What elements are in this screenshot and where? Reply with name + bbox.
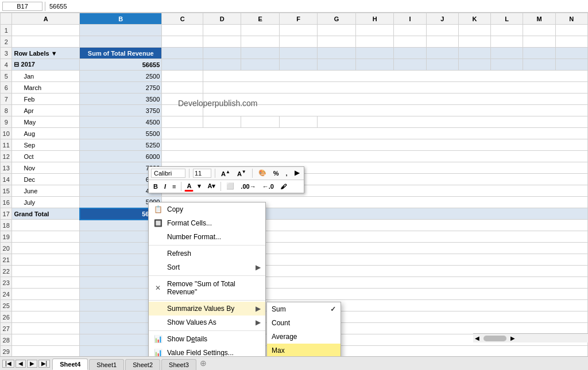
cell-c8[interactable] — [162, 105, 203, 116]
cell-a26[interactable] — [12, 311, 80, 323]
submenu-sum[interactable]: Sum ✓ — [267, 302, 341, 316]
cell-m4[interactable] — [523, 59, 555, 71]
col-header-j[interactable]: J — [426, 13, 458, 25]
cell-a11-sep[interactable]: Sep — [12, 139, 80, 151]
cell-a22[interactable] — [12, 266, 80, 277]
sheet-tab-sheet3[interactable]: Sheet3 — [161, 359, 196, 370]
percent-btn[interactable]: % — [271, 169, 281, 178]
cell-i4[interactable] — [394, 59, 426, 71]
borders-btn[interactable]: ⬜ — [224, 181, 237, 191]
cell-a3-row-labels[interactable]: Row Labels ▼ — [12, 48, 80, 59]
cell-n1[interactable] — [555, 25, 587, 36]
ctx-copy[interactable]: 📋 Copy — [149, 202, 265, 216]
cell-a18[interactable] — [12, 220, 80, 231]
cell-a6-march[interactable]: March — [12, 82, 80, 94]
cell-a17-grand-total[interactable]: Grand Total — [12, 208, 80, 220]
cell-d9[interactable] — [203, 116, 241, 128]
cell-n2[interactable] — [555, 36, 587, 48]
cell-b7[interactable]: 3500 — [80, 94, 162, 105]
tab-nav-next-btn[interactable]: ▶ — [27, 360, 37, 368]
cell-a9-may[interactable]: May — [12, 116, 80, 128]
cell-b6[interactable]: 2750 — [80, 82, 162, 94]
font-selector[interactable] — [151, 169, 185, 178]
ctx-refresh[interactable]: Refresh — [149, 247, 265, 260]
cell-a16-july[interactable]: July — [12, 197, 80, 208]
col-header-a[interactable]: A — [12, 13, 80, 25]
scroll-left-btn[interactable]: ◀ — [473, 335, 481, 341]
format-painter-btn[interactable]: 🎨 — [256, 168, 269, 178]
cell-b1[interactable] — [80, 25, 162, 36]
sheet-tab-sheet4[interactable]: Sheet4 — [52, 359, 88, 370]
cell-a27[interactable] — [12, 323, 80, 334]
ctx-value-field-settings[interactable]: 📊 Value Field Settings... — [149, 346, 265, 356]
add-sheet-btn[interactable]: ⊕ — [200, 359, 207, 370]
cell-g1[interactable] — [318, 25, 355, 36]
cell-a29[interactable] — [12, 346, 80, 357]
cell-a1[interactable] — [12, 25, 80, 36]
cell-d2[interactable] — [203, 36, 241, 48]
cell-e4[interactable] — [241, 59, 279, 71]
cell-f1[interactable] — [279, 25, 317, 36]
submenu-count[interactable]: Count — [267, 316, 341, 330]
cell-e9[interactable] — [241, 116, 279, 128]
cell-j1[interactable] — [426, 25, 458, 36]
cell-c4[interactable] — [162, 59, 203, 71]
cell-f2[interactable] — [279, 36, 317, 48]
cell-a13-nov[interactable]: Nov — [12, 162, 80, 174]
cell-k2[interactable] — [458, 36, 490, 48]
col-header-f[interactable]: F — [279, 13, 317, 25]
align-btn[interactable]: ≡ — [170, 182, 178, 191]
cell-h2[interactable] — [355, 36, 393, 48]
cell-e2[interactable] — [241, 36, 279, 48]
ctx-sort[interactable]: Sort ▶ — [149, 260, 265, 274]
tab-nav-prev-btn[interactable]: ◀ — [16, 360, 26, 368]
cell-n3[interactable] — [555, 48, 587, 59]
cell-a23[interactable] — [12, 277, 80, 289]
cell-c7[interactable] — [162, 94, 203, 105]
cell-a8-apr[interactable]: Apr — [12, 105, 80, 116]
scroll-right-btn[interactable]: ▶ — [509, 335, 517, 341]
cell-c1[interactable] — [162, 25, 203, 36]
cell-a24[interactable] — [12, 289, 80, 300]
cell-b3-sum-header[interactable]: Sum of Total Revenue — [80, 48, 162, 59]
font-color-arrow[interactable]: ▾ — [195, 181, 203, 191]
cell-l2[interactable] — [491, 36, 523, 48]
font-color-btn[interactable]: A — [184, 181, 194, 192]
col-header-b[interactable]: B — [80, 13, 162, 25]
formula-input[interactable]: 56655 — [48, 2, 586, 10]
cell-b9[interactable]: 4500 — [80, 116, 162, 128]
ctx-number-format[interactable]: Number Format... — [149, 230, 265, 244]
ctx-show-values[interactable]: Show Values As ▶ — [149, 316, 265, 329]
font-size-selector[interactable] — [193, 169, 211, 178]
increase-decimal-btn[interactable]: .00→ — [238, 182, 258, 191]
cell-g3[interactable] — [318, 48, 355, 59]
cell-a7-feb[interactable]: Feb — [12, 94, 80, 105]
col-header-m[interactable]: M — [523, 13, 555, 25]
cell-b2[interactable] — [80, 36, 162, 48]
cell-k3[interactable] — [458, 48, 490, 59]
cell-a21[interactable] — [12, 254, 80, 266]
cell-d4[interactable] — [203, 59, 241, 71]
cell-c9[interactable] — [162, 116, 203, 128]
cell-a2[interactable] — [12, 36, 80, 48]
cell-b4-total[interactable]: 56655 — [80, 59, 162, 71]
ctx-format-cells[interactable]: 🔲 Format Cells... — [149, 216, 265, 230]
comma-btn[interactable]: , — [284, 169, 290, 178]
cell-c6[interactable] — [162, 82, 203, 94]
decrease-font-btn[interactable]: A▼ — [235, 168, 249, 178]
cell-i3[interactable] — [394, 48, 426, 59]
cell-g2[interactable] — [318, 36, 355, 48]
sheet-tab-sheet1[interactable]: Sheet1 — [89, 359, 124, 370]
brush-btn[interactable]: 🖌 — [278, 182, 289, 191]
col-header-g[interactable]: G — [318, 13, 355, 25]
cell-e3[interactable] — [241, 48, 279, 59]
cell-a28[interactable] — [12, 334, 80, 346]
increase-font-btn[interactable]: A▲ — [219, 168, 233, 178]
cell-b12[interactable]: 6000 — [80, 151, 162, 162]
tab-nav-last-btn[interactable]: ▶| — [38, 360, 51, 368]
cell-h1[interactable] — [355, 25, 393, 36]
ctx-show-details[interactable]: 📊 Show Details — [149, 332, 265, 346]
cell-a15-june[interactable]: June — [12, 185, 80, 197]
col-header-k[interactable]: K — [458, 13, 490, 25]
cell-b10[interactable]: 5500 — [80, 128, 162, 139]
